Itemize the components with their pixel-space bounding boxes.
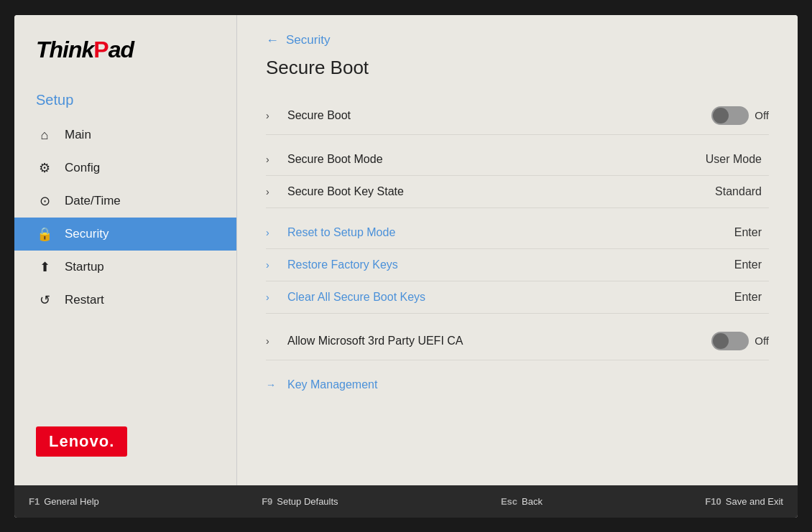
chevron-icon-4: › — [266, 227, 280, 238]
setting-clear-secure-boot-keys[interactable]: › Clear All Secure Boot Keys Enter — [266, 281, 769, 314]
page-title: Secure Boot — [266, 57, 769, 79]
sidebar-item-config[interactable]: ⚙ Config — [14, 151, 236, 185]
secure-boot-toggle-label: Off — [755, 109, 769, 121]
footer-item-f10: F10 Save and Exit — [705, 496, 783, 507]
secure-boot-toggle[interactable] — [711, 106, 749, 125]
secure-boot-mode-label: Secure Boot Mode — [287, 153, 698, 166]
allow-ms-toggle-label: Off — [755, 335, 769, 347]
sidebar-item-restart-label: Restart — [65, 293, 104, 307]
chevron-icon-6: › — [266, 291, 280, 303]
home-icon: ⌂ — [36, 128, 53, 143]
footer-item-f1: F1 General Help — [29, 496, 99, 507]
lock-icon: 🔒 — [36, 226, 53, 242]
logo-area: ThinkPad — [14, 29, 236, 85]
footer-key-f10: F10 — [705, 496, 721, 507]
sidebar-item-security-label: Security — [65, 227, 109, 241]
footer-desc-f9: Setup Defaults — [277, 496, 338, 507]
sidebar-item-startup[interactable]: ⬆ Startup — [14, 251, 236, 284]
chevron-icon: › — [266, 110, 280, 121]
divider-3 — [266, 314, 769, 322]
footer-desc-f1: General Help — [44, 496, 99, 507]
setting-reset-setup-mode[interactable]: › Reset to Setup Mode Enter — [266, 217, 769, 249]
footer: F1 General Help F9 Setup Defaults Esc Ba… — [14, 485, 798, 518]
chevron-icon-5: › — [266, 259, 280, 271]
chevron-icon-3: › — [266, 186, 280, 197]
arrow-right-icon: → — [266, 379, 280, 391]
sidebar-item-config-label: Config — [65, 161, 100, 175]
lenovo-logo: Lenovo. — [36, 426, 127, 457]
nav-items: ⌂ Main ⚙ Config ⊙ Date/Time 🔒 Security ⬆ — [14, 119, 236, 412]
clock-icon: ⊙ — [36, 193, 53, 209]
chevron-icon-2: › — [266, 154, 280, 165]
toggle-knob — [713, 108, 729, 123]
setting-key-management[interactable]: → Key Management — [266, 369, 769, 401]
restore-factory-keys-label: Restore Factory Keys — [287, 258, 727, 271]
allow-ms-toggle-container: Off — [711, 332, 769, 350]
secure-boot-key-state-value: Standard — [715, 185, 762, 198]
config-icon: ⚙ — [36, 160, 53, 176]
sidebar-item-datetime[interactable]: ⊙ Date/Time — [14, 185, 236, 218]
thinkpad-logo: ThinkPad — [36, 37, 215, 63]
secure-boot-mode-value: User Mode — [706, 153, 762, 166]
footer-desc-f10: Save and Exit — [726, 496, 783, 507]
footer-item-f9: F9 Setup Defaults — [262, 496, 338, 507]
breadcrumb-label: Security — [286, 33, 330, 47]
key-management-label: Key Management — [287, 378, 769, 391]
toggle-knob-2 — [713, 333, 729, 349]
thinkpad-red-dot: P — [93, 37, 108, 62]
divider-1 — [266, 135, 769, 144]
sidebar-item-startup-label: Startup — [65, 260, 104, 274]
main-content: ThinkPad Setup ⌂ Main ⚙ Config ⊙ Date/Ti… — [14, 15, 798, 485]
secure-boot-key-state-label: Secure Boot Key State — [287, 185, 708, 198]
clear-secure-boot-keys-label: Clear All Secure Boot Keys — [287, 291, 727, 304]
clear-secure-boot-keys-value: Enter — [734, 291, 762, 304]
setting-secure-boot-mode[interactable]: › Secure Boot Mode User Mode — [266, 144, 769, 176]
secure-boot-label: Secure Boot — [287, 109, 704, 122]
footer-item-esc: Esc Back — [501, 496, 543, 507]
reset-setup-mode-value: Enter — [734, 226, 762, 239]
sidebar-item-restart[interactable]: ↺ Restart — [14, 284, 236, 317]
sidebar-item-main-label: Main — [65, 128, 91, 142]
breadcrumb: ← Security — [266, 33, 769, 48]
allow-ms-3rd-party-label: Allow Microsoft 3rd Party UEFI CA — [287, 335, 704, 347]
setting-secure-boot[interactable]: › Secure Boot Off — [266, 97, 769, 135]
divider-4 — [266, 360, 769, 369]
reset-setup-mode-label: Reset to Setup Mode — [287, 226, 727, 239]
footer-desc-esc: Back — [522, 496, 543, 507]
restart-icon: ↺ — [36, 292, 53, 308]
setting-secure-boot-key-state[interactable]: › Secure Boot Key State Standard — [266, 176, 769, 208]
sidebar-item-datetime-label: Date/Time — [65, 194, 121, 208]
chevron-icon-7: › — [266, 335, 280, 347]
secure-boot-toggle-container: Off — [711, 106, 769, 125]
settings-list: › Secure Boot Off › Secure Boot Mode Use… — [266, 97, 769, 401]
footer-key-esc: Esc — [501, 496, 517, 507]
back-arrow-icon[interactable]: ← — [266, 33, 279, 48]
content-area: ← Security Secure Boot › Secure Boot Off — [237, 15, 798, 485]
sidebar: ThinkPad Setup ⌂ Main ⚙ Config ⊙ Date/Ti… — [14, 15, 237, 485]
footer-key-f1: F1 — [29, 496, 40, 507]
startup-icon: ⬆ — [36, 259, 53, 275]
setting-restore-factory-keys[interactable]: › Restore Factory Keys Enter — [266, 249, 769, 281]
sidebar-item-security[interactable]: 🔒 Security — [14, 218, 236, 251]
sidebar-item-main[interactable]: ⌂ Main — [14, 119, 236, 151]
divider-2 — [266, 208, 769, 217]
allow-ms-toggle[interactable] — [711, 332, 749, 350]
restore-factory-keys-value: Enter — [734, 258, 762, 271]
footer-key-f9: F9 — [262, 496, 272, 507]
lenovo-logo-area: Lenovo. — [14, 412, 236, 471]
bios-screen: ThinkPad Setup ⌂ Main ⚙ Config ⊙ Date/Ti… — [14, 15, 798, 518]
setting-allow-ms-3rd-party[interactable]: › Allow Microsoft 3rd Party UEFI CA Off — [266, 322, 769, 360]
setup-label: Setup — [14, 85, 236, 119]
